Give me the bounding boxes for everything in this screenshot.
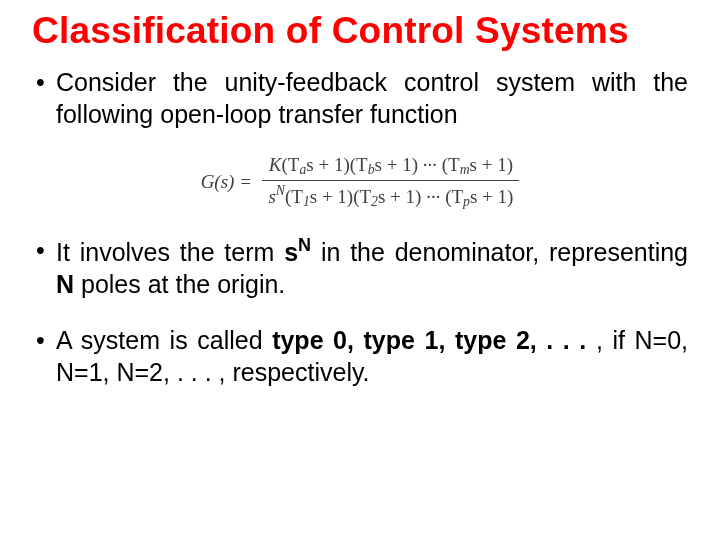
den-f3-post: s + 1) <box>470 186 513 207</box>
equation-block: G(s) = K(Tas + 1)(Tbs + 1) ··· (Tms + 1)… <box>32 154 688 210</box>
num-dots: ··· <box>418 154 442 175</box>
bullet-3: A system is called type 0, type 1, type … <box>32 324 688 388</box>
num-K: K <box>269 154 282 175</box>
num-f1-post: s + 1) <box>306 154 349 175</box>
den-f2-sub: 2 <box>371 194 378 209</box>
den-f1-sub: 1 <box>303 194 310 209</box>
num-f2-pre: (T <box>350 154 368 175</box>
num-f2-sub: b <box>368 162 375 177</box>
b3-type2: type 2, <box>455 326 546 354</box>
b3-type0: type 0, <box>272 326 363 354</box>
den-f1-pre: (T <box>285 186 303 207</box>
den-f3-sub: p <box>463 194 470 209</box>
b2-post: poles at the origin. <box>74 270 285 298</box>
num-f3-sub: m <box>460 162 470 177</box>
b2-pre: It involves the term <box>56 238 284 266</box>
num-f3-post: s + 1) <box>470 154 513 175</box>
num-f1-pre: (T <box>282 154 300 175</box>
equation-fraction: K(Tas + 1)(Tbs + 1) ··· (Tms + 1) sN(T1s… <box>262 154 519 210</box>
num-f2-post: s + 1) <box>375 154 418 175</box>
den-f3-pre: (T <box>445 186 463 207</box>
bullet-list: Consider the unity-feedback control syst… <box>32 66 688 130</box>
equation-denominator: sN(T1s + 1)(T2s + 1) ··· (Tps + 1) <box>262 180 519 210</box>
den-f2-pre: (T <box>353 186 371 207</box>
den-N: N <box>276 183 285 198</box>
b3-pre: A system is called <box>56 326 272 354</box>
den-f1-post: s + 1) <box>310 186 353 207</box>
b3-dots: . . . <box>546 326 596 354</box>
bullet-2: It involves the term sN in the denominat… <box>32 234 688 300</box>
den-dots: ··· <box>421 186 445 207</box>
bullet-list-2: It involves the term sN in the denominat… <box>32 234 688 388</box>
den-f2-post: s + 1) <box>378 186 421 207</box>
bullet-1-text: Consider the unity-feedback control syst… <box>56 68 688 128</box>
den-s: s <box>268 186 275 207</box>
b3-type1: type 1, <box>364 326 455 354</box>
num-f3-pre: (T <box>442 154 460 175</box>
equation-numerator: K(Tas + 1)(Tbs + 1) ··· (Tms + 1) <box>262 154 519 180</box>
slide: Classification of Control Systems Consid… <box>0 0 720 540</box>
b2-mid: in the denominator, representing <box>311 238 688 266</box>
term-N: N <box>298 235 311 255</box>
slide-title: Classification of Control Systems <box>32 10 688 52</box>
bullet-1: Consider the unity-feedback control syst… <box>32 66 688 130</box>
b2-N-bold: N <box>56 270 74 298</box>
term-s: s <box>284 238 298 266</box>
equation-lhs: G(s) = <box>201 171 252 193</box>
term-sN: sN <box>284 238 311 266</box>
